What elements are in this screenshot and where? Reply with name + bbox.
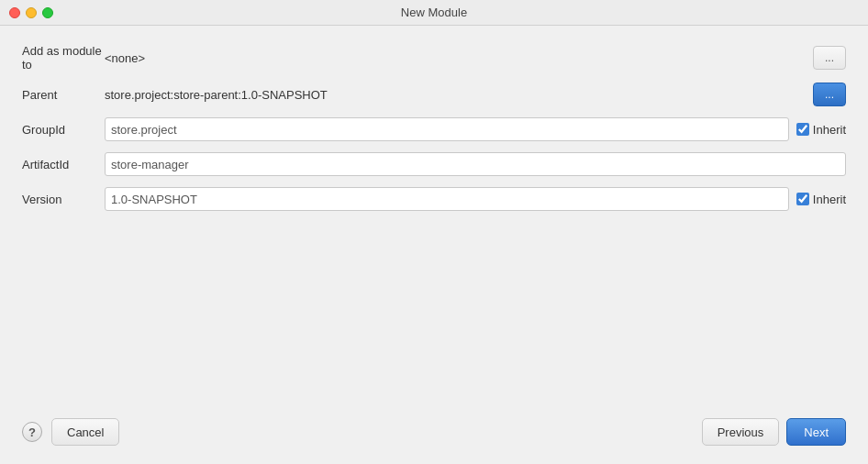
parent-label: Parent: [22, 88, 105, 102]
add-as-module-value: <none>: [105, 51, 145, 65]
previous-button[interactable]: Previous: [702, 418, 780, 446]
dialog-body: Add as module to <none> ... Parent store…: [0, 26, 868, 464]
parent-value: store.project:store-parent:1.0-SNAPSHOT: [105, 88, 328, 102]
dialog-title: New Module: [401, 6, 467, 19]
groupid-inherit-label: Inherit: [813, 123, 846, 137]
titlebar-buttons: [9, 7, 53, 18]
version-inherit-checkbox[interactable]: [796, 193, 809, 205]
parent-row-right: store.project:store-parent:1.0-SNAPSHOT …: [105, 83, 846, 106]
version-input[interactable]: [105, 187, 789, 211]
parent-row: Parent store.project:store-parent:1.0-SN…: [22, 83, 846, 106]
groupid-inherit-checkbox[interactable]: [796, 123, 809, 136]
footer: ? Cancel Previous Next: [22, 407, 846, 446]
maximize-btn[interactable]: [42, 7, 53, 18]
groupid-row: GroupId Inherit: [22, 117, 846, 141]
cancel-button[interactable]: Cancel: [51, 418, 119, 446]
groupid-input[interactable]: [105, 117, 789, 141]
artifactid-input[interactable]: [105, 152, 846, 176]
version-label: Version: [22, 193, 105, 206]
close-btn[interactable]: [9, 7, 20, 18]
version-inherit-group: Inherit: [796, 193, 846, 206]
add-as-module-label: Add as module to: [22, 44, 105, 72]
titlebar: New Module: [0, 0, 868, 26]
artifactid-label: ArtifactId: [22, 158, 105, 171]
add-as-module-row: Add as module to <none> ...: [22, 44, 846, 72]
groupid-label: GroupId: [22, 123, 105, 137]
version-row: Version Inherit: [22, 187, 846, 211]
parent-browse-btn[interactable]: ...: [813, 83, 846, 106]
artifactid-row: ArtifactId: [22, 152, 846, 176]
help-button[interactable]: ?: [22, 422, 42, 442]
version-inherit-label: Inherit: [813, 193, 846, 206]
next-button[interactable]: Next: [786, 418, 846, 446]
add-as-module-browse-btn[interactable]: ...: [813, 46, 846, 70]
form-area: Add as module to <none> ... Parent store…: [22, 44, 846, 407]
footer-right: Previous Next: [702, 418, 846, 446]
minimize-btn[interactable]: [26, 7, 37, 18]
groupid-inherit-group: Inherit: [796, 123, 846, 137]
footer-left: ? Cancel: [22, 418, 119, 446]
